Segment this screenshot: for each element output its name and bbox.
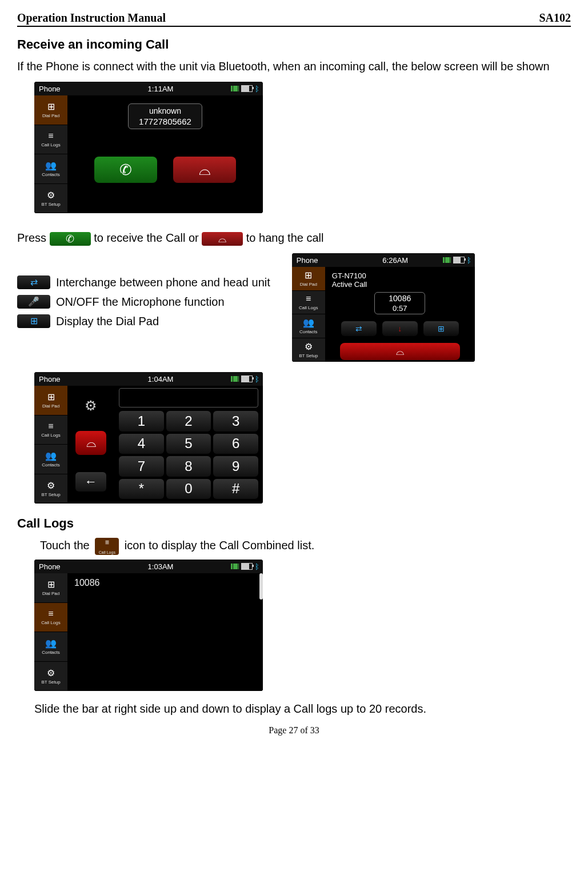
key-0[interactable]: 0 — [166, 479, 211, 500]
bluetooth-icon: ᛒ — [255, 562, 259, 571]
sidebar-item-contacts[interactable]: 👥 Contacts — [34, 632, 67, 662]
key-1[interactable]: 1 — [119, 411, 164, 431]
hang-up-button[interactable]: ⌓ — [340, 343, 460, 360]
clock: 1:04AM — [90, 375, 231, 383]
battery-icon — [241, 375, 253, 382]
section-title-receive: Receive an incoming Call — [17, 37, 571, 52]
sidebar-item-dial-pad[interactable]: ⊞ Dial Pad — [34, 386, 67, 415]
sidebar-item-bt-setup[interactable]: ⚙ BT Setup — [34, 474, 67, 504]
key-2[interactable]: 2 — [166, 411, 211, 431]
sidebar-item-label: BT Setup — [41, 492, 60, 497]
interchange-icon: ⇄ — [17, 275, 50, 289]
key-8[interactable]: 8 — [166, 456, 211, 477]
key-9[interactable]: 9 — [213, 456, 258, 477]
sidebar-item-label: Call Logs — [41, 433, 60, 438]
dial-pad: 1 2 3 4 5 6 7 8 9 * 0 # — [114, 411, 263, 504]
app-title: Phone — [292, 256, 348, 265]
caller-info: unknown 17727805662 — [128, 103, 202, 129]
sidebar-item-contacts[interactable]: 👥 Contacts — [292, 314, 325, 338]
status-bar: Phone 1:04AM ᛒ — [34, 372, 263, 386]
bluetooth-icon: ᛒ — [467, 256, 471, 265]
paired-device-name: GT-N7100 — [332, 271, 367, 280]
mute-button[interactable]: ↓ — [382, 321, 418, 336]
gear-icon: ⚙ — [47, 668, 55, 678]
call-number: 10086 — [389, 294, 411, 303]
sidebar-item-call-logs[interactable]: ≡ Call Logs — [34, 125, 67, 155]
legend-dialpad: Display the Dial Pad — [56, 311, 159, 331]
touch-instruction: Touch the ≡ Call Logs icon to display th… — [40, 534, 571, 556]
touch-post: icon to display the Call Combined list. — [125, 539, 314, 552]
call-logs-icon: ≡ — [306, 294, 311, 304]
interchange-button[interactable]: ⇄ — [341, 321, 377, 336]
sidebar-item-contacts[interactable]: 👥 Contacts — [34, 445, 67, 474]
sidebar-item-dial-pad[interactable]: ⊞ Dial Pad — [34, 95, 67, 125]
bluetooth-icon: ᛒ — [255, 375, 259, 383]
battery-icon — [241, 563, 253, 570]
manual-title: Operation Instruction Manual — [17, 11, 166, 25]
key-5[interactable]: 5 — [166, 434, 211, 454]
call-duration: 0:57 — [389, 304, 411, 313]
inline-accept-icon: ✆ — [50, 232, 91, 246]
inline-reject-icon: ⌓ — [202, 232, 243, 246]
app-title: Phone — [34, 85, 90, 93]
call-log-entry[interactable]: 10086 — [74, 578, 100, 588]
receive-description: If the Phone is connect with the unit vi… — [17, 55, 571, 77]
status-bar: Phone 1:11AM ᛒ — [34, 82, 263, 95]
slide-instruction: Slide the bar at right side up and down … — [34, 698, 571, 720]
signal-icon — [231, 564, 239, 569]
clock: 1:11AM — [90, 85, 231, 93]
reject-call-button[interactable]: ⌓ — [173, 157, 236, 183]
screenshot-active-call: Phone 6:26AM ᛒ ⊞ Dial Pad ≡ Call Logs — [292, 253, 475, 362]
contacts-icon: 👥 — [45, 160, 57, 171]
key-hash[interactable]: # — [213, 479, 258, 500]
sidebar-item-label: Dial Pad — [42, 591, 59, 596]
sidebar-item-dial-pad[interactable]: ⊞ Dial Pad — [34, 573, 67, 603]
settings-icon[interactable]: ⚙ — [85, 398, 97, 414]
microphone-icon: 🎤 — [17, 295, 50, 309]
sidebar-item-bt-setup[interactable]: ⚙ BT Setup — [34, 184, 67, 214]
page-footer: Page 27 of 33 — [17, 725, 571, 736]
accept-call-button[interactable]: ✆ — [94, 157, 157, 183]
key-4[interactable]: 4 — [119, 434, 164, 454]
sidebar-item-bt-setup[interactable]: ⚙ BT Setup — [34, 662, 67, 692]
sidebar-item-bt-setup[interactable]: ⚙ BT Setup — [292, 338, 325, 362]
sidebar-item-contacts[interactable]: 👥 Contacts — [34, 154, 67, 184]
sidebar-item-label: Dial Pad — [42, 113, 59, 118]
sidebar: ⊞ Dial Pad ≡ Call Logs 👥 Contacts ⚙ BT S… — [34, 386, 67, 504]
sidebar-item-label: Dial Pad — [300, 282, 317, 287]
key-star[interactable]: * — [119, 479, 164, 500]
hang-up-button[interactable]: ⌓ — [75, 431, 106, 455]
signal-icon — [231, 376, 239, 382]
sidebar-item-call-logs[interactable]: ≡ Call Logs — [34, 603, 67, 633]
sidebar: ⊞ Dial Pad ≡ Call Logs 👥 Contacts ⚙ BT S… — [34, 573, 67, 691]
dialpad-icon: ⊞ — [305, 270, 312, 281]
number-display — [119, 388, 258, 407]
key-7[interactable]: 7 — [119, 456, 164, 477]
screenshot-incoming-call: Phone 1:11AM ᛒ ⊞ Dial Pad ≡ Call Logs 👥 — [34, 82, 263, 213]
scrollbar-thumb[interactable] — [259, 573, 263, 600]
call-logs-icon: ≡ — [105, 536, 109, 549]
clock: 6:26AM — [348, 256, 443, 265]
key-3[interactable]: 3 — [213, 411, 258, 431]
contacts-icon: 👥 — [45, 638, 57, 649]
contacts-icon: 👥 — [45, 450, 57, 461]
sidebar-item-label: BT Setup — [41, 202, 60, 207]
call-number-box: 10086 0:57 — [374, 292, 425, 314]
signal-icon — [231, 86, 239, 91]
dialpad-icon: ⊞ — [47, 101, 55, 112]
legend-mic: ON/OFF the Microphone function — [56, 292, 225, 311]
show-dialpad-button[interactable]: ⊞ — [423, 321, 459, 336]
key-6[interactable]: 6 — [213, 434, 258, 454]
scrollbar[interactable] — [258, 573, 263, 691]
app-title: Phone — [34, 562, 90, 571]
sidebar-item-call-logs[interactable]: ≡ Call Logs — [292, 291, 325, 315]
icon-legend: ⇄ Interchange between phone and head uni… — [17, 273, 270, 331]
gear-icon: ⚙ — [47, 190, 55, 201]
press-instruction: Press ✆ to receive the Call or ⌓ to hang… — [17, 227, 571, 249]
contacts-icon: 👥 — [303, 317, 314, 328]
sidebar-item-dial-pad[interactable]: ⊞ Dial Pad — [292, 267, 325, 291]
call-logs-icon: ≡ — [48, 421, 53, 431]
backspace-button[interactable]: ← — [75, 472, 106, 492]
sidebar-item-call-logs[interactable]: ≡ Call Logs — [34, 415, 67, 445]
call-logs-icon: ≡ — [48, 609, 53, 619]
